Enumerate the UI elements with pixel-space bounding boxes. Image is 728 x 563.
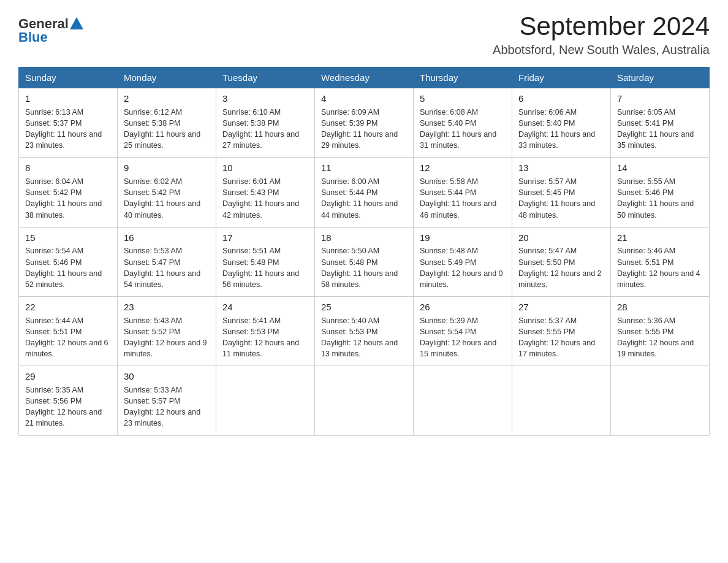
col-friday: Friday xyxy=(512,67,611,88)
day-number: 27 xyxy=(518,301,604,314)
logo: General Blue xyxy=(18,12,83,45)
table-row: 1Sunrise: 6:13 AMSunset: 5:37 PMDaylight… xyxy=(19,88,118,158)
table-row: 28Sunrise: 5:36 AMSunset: 5:55 PMDayligh… xyxy=(611,296,710,366)
day-number: 23 xyxy=(124,301,210,314)
table-row: 6Sunrise: 6:06 AMSunset: 5:40 PMDaylight… xyxy=(512,88,611,158)
table-row: 27Sunrise: 5:37 AMSunset: 5:55 PMDayligh… xyxy=(512,296,611,366)
day-number: 17 xyxy=(222,231,308,245)
col-saturday: Saturday xyxy=(611,67,710,88)
table-row: 12Sunrise: 5:58 AMSunset: 5:44 PMDayligh… xyxy=(414,158,512,227)
table-row xyxy=(414,366,512,435)
day-number: 30 xyxy=(124,370,210,383)
calendar-week-row: 15Sunrise: 5:54 AMSunset: 5:46 PMDayligh… xyxy=(19,227,710,296)
day-number: 25 xyxy=(321,301,407,314)
day-number: 16 xyxy=(124,231,210,245)
calendar-title: September 2024 xyxy=(493,12,710,40)
day-info: Sunrise: 5:43 AMSunset: 5:52 PMDaylight:… xyxy=(124,316,207,358)
day-info: Sunrise: 5:57 AMSunset: 5:45 PMDaylight:… xyxy=(518,177,595,219)
day-number: 10 xyxy=(222,161,308,175)
day-info: Sunrise: 5:41 AMSunset: 5:53 PMDaylight:… xyxy=(222,316,299,358)
table-row: 20Sunrise: 5:47 AMSunset: 5:50 PMDayligh… xyxy=(512,227,611,296)
day-number: 2 xyxy=(124,92,210,105)
col-wednesday: Wednesday xyxy=(315,67,414,88)
day-number: 7 xyxy=(617,92,703,105)
day-info: Sunrise: 6:10 AMSunset: 5:38 PMDaylight:… xyxy=(222,108,299,150)
table-row: 10Sunrise: 6:01 AMSunset: 5:43 PMDayligh… xyxy=(216,158,315,227)
day-info: Sunrise: 5:47 AMSunset: 5:50 PMDaylight:… xyxy=(518,247,602,288)
day-info: Sunrise: 5:50 AMSunset: 5:48 PMDaylight:… xyxy=(321,247,398,288)
day-info: Sunrise: 6:02 AMSunset: 5:42 PMDaylight:… xyxy=(124,177,200,219)
day-info: Sunrise: 5:39 AMSunset: 5:54 PMDaylight:… xyxy=(420,316,496,358)
table-row: 23Sunrise: 5:43 AMSunset: 5:52 PMDayligh… xyxy=(118,296,216,366)
table-row xyxy=(512,366,611,435)
day-info: Sunrise: 5:40 AMSunset: 5:53 PMDaylight:… xyxy=(321,316,398,358)
day-info: Sunrise: 6:12 AMSunset: 5:38 PMDaylight:… xyxy=(124,108,200,150)
day-info: Sunrise: 6:08 AMSunset: 5:40 PMDaylight:… xyxy=(420,108,496,150)
calendar-week-row: 1Sunrise: 6:13 AMSunset: 5:37 PMDaylight… xyxy=(19,88,710,158)
day-info: Sunrise: 5:55 AMSunset: 5:46 PMDaylight:… xyxy=(617,177,694,219)
day-number: 9 xyxy=(124,161,210,175)
day-info: Sunrise: 5:44 AMSunset: 5:51 PMDaylight:… xyxy=(25,316,108,358)
table-row: 18Sunrise: 5:50 AMSunset: 5:48 PMDayligh… xyxy=(315,227,414,296)
table-row: 4Sunrise: 6:09 AMSunset: 5:39 PMDaylight… xyxy=(315,88,414,158)
day-number: 15 xyxy=(25,231,111,245)
day-number: 26 xyxy=(420,301,506,314)
table-row: 29Sunrise: 5:35 AMSunset: 5:56 PMDayligh… xyxy=(19,366,118,435)
table-row: 25Sunrise: 5:40 AMSunset: 5:53 PMDayligh… xyxy=(315,296,414,366)
day-info: Sunrise: 5:53 AMSunset: 5:47 PMDaylight:… xyxy=(124,247,200,288)
day-info: Sunrise: 6:00 AMSunset: 5:44 PMDaylight:… xyxy=(321,177,398,219)
day-number: 8 xyxy=(25,161,111,175)
calendar-week-row: 8Sunrise: 6:04 AMSunset: 5:42 PMDaylight… xyxy=(19,158,710,227)
page-header: General Blue September 2024 Abbotsford, … xyxy=(18,12,710,57)
day-number: 29 xyxy=(25,370,111,383)
day-number: 21 xyxy=(617,231,703,245)
svg-marker-0 xyxy=(70,17,83,29)
calendar-week-row: 29Sunrise: 5:35 AMSunset: 5:56 PMDayligh… xyxy=(19,366,710,435)
table-row: 2Sunrise: 6:12 AMSunset: 5:38 PMDaylight… xyxy=(118,88,216,158)
day-info: Sunrise: 5:37 AMSunset: 5:55 PMDaylight:… xyxy=(518,316,595,358)
title-block: September 2024 Abbotsford, New South Wal… xyxy=(493,12,710,57)
table-row: 13Sunrise: 5:57 AMSunset: 5:45 PMDayligh… xyxy=(512,158,611,227)
table-row: 30Sunrise: 5:33 AMSunset: 5:57 PMDayligh… xyxy=(118,366,216,435)
table-row: 15Sunrise: 5:54 AMSunset: 5:46 PMDayligh… xyxy=(19,227,118,296)
calendar-header-row: Sunday Monday Tuesday Wednesday Thursday… xyxy=(19,67,710,88)
day-info: Sunrise: 6:09 AMSunset: 5:39 PMDaylight:… xyxy=(321,108,398,150)
table-row: 16Sunrise: 5:53 AMSunset: 5:47 PMDayligh… xyxy=(118,227,216,296)
day-number: 14 xyxy=(617,161,703,175)
day-info: Sunrise: 6:13 AMSunset: 5:37 PMDaylight:… xyxy=(25,108,102,150)
day-number: 18 xyxy=(321,231,407,245)
day-number: 20 xyxy=(518,231,604,245)
day-info: Sunrise: 6:06 AMSunset: 5:40 PMDaylight:… xyxy=(518,108,595,150)
day-number: 4 xyxy=(321,92,407,105)
table-row: 22Sunrise: 5:44 AMSunset: 5:51 PMDayligh… xyxy=(19,296,118,366)
table-row: 7Sunrise: 6:05 AMSunset: 5:41 PMDaylight… xyxy=(611,88,710,158)
day-info: Sunrise: 5:46 AMSunset: 5:51 PMDaylight:… xyxy=(617,247,700,288)
table-row: 21Sunrise: 5:46 AMSunset: 5:51 PMDayligh… xyxy=(611,227,710,296)
table-row: 11Sunrise: 6:00 AMSunset: 5:44 PMDayligh… xyxy=(315,158,414,227)
col-tuesday: Tuesday xyxy=(216,67,315,88)
day-number: 22 xyxy=(25,301,111,314)
day-info: Sunrise: 6:01 AMSunset: 5:43 PMDaylight:… xyxy=(222,177,299,219)
table-row: 8Sunrise: 6:04 AMSunset: 5:42 PMDaylight… xyxy=(19,158,118,227)
day-number: 1 xyxy=(25,92,111,105)
day-number: 5 xyxy=(420,92,506,105)
calendar-subtitle: Abbotsford, New South Wales, Australia xyxy=(493,43,710,57)
day-number: 12 xyxy=(420,161,506,175)
logo-triangle-icon xyxy=(70,17,83,29)
day-info: Sunrise: 6:04 AMSunset: 5:42 PMDaylight:… xyxy=(25,177,102,219)
col-monday: Monday xyxy=(118,67,216,88)
table-row: 14Sunrise: 5:55 AMSunset: 5:46 PMDayligh… xyxy=(611,158,710,227)
table-row: 19Sunrise: 5:48 AMSunset: 5:49 PMDayligh… xyxy=(414,227,512,296)
day-number: 24 xyxy=(222,301,308,314)
table-row xyxy=(611,366,710,435)
day-number: 3 xyxy=(222,92,308,105)
day-number: 28 xyxy=(617,301,703,314)
table-row xyxy=(315,366,414,435)
day-number: 19 xyxy=(420,231,506,245)
day-info: Sunrise: 5:48 AMSunset: 5:49 PMDaylight:… xyxy=(420,247,503,288)
day-info: Sunrise: 5:54 AMSunset: 5:46 PMDaylight:… xyxy=(25,247,102,288)
day-info: Sunrise: 5:33 AMSunset: 5:57 PMDaylight:… xyxy=(124,386,200,427)
calendar-week-row: 22Sunrise: 5:44 AMSunset: 5:51 PMDayligh… xyxy=(19,296,710,366)
calendar-table: Sunday Monday Tuesday Wednesday Thursday… xyxy=(18,67,710,435)
day-info: Sunrise: 6:05 AMSunset: 5:41 PMDaylight:… xyxy=(617,108,694,150)
